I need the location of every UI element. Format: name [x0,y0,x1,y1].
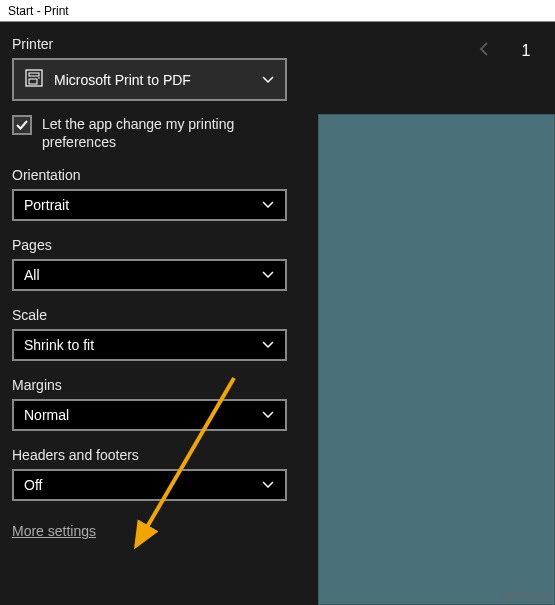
margins-value: Normal [24,407,69,423]
printer-label: Printer [12,36,296,52]
pages-select[interactable]: All [12,259,287,291]
headers-footers-label: Headers and footers [12,447,296,463]
printer-value: Microsoft Print to PDF [54,72,191,88]
preferences-checkbox-row[interactable]: Let the app change my printing preferenc… [12,115,296,151]
prev-page-button[interactable] [477,40,491,62]
margins-label: Margins [12,377,296,393]
printer-select[interactable]: Microsoft Print to PDF [12,58,287,101]
chevron-down-icon [261,73,275,87]
window-title-bar: Start - Print [0,0,555,22]
headers-footers-select[interactable]: Off [12,469,287,501]
watermark: wsxdn.com [501,590,551,601]
printer-icon [24,68,44,91]
window-title: Start - Print [8,4,69,18]
print-preview-panel: 1 [310,22,555,605]
scale-value: Shrink to fit [24,337,94,353]
page-number: 1 [521,42,531,60]
orientation-label: Orientation [12,167,296,183]
pages-label: Pages [12,237,296,253]
chevron-down-icon [261,338,275,352]
print-options-panel: Printer Microsoft Print to PDF [0,22,310,605]
chevron-left-icon [477,40,491,58]
margins-select[interactable]: Normal [12,399,287,431]
scale-select[interactable]: Shrink to fit [12,329,287,361]
chevron-down-icon [261,198,275,212]
orientation-select[interactable]: Portrait [12,189,287,221]
orientation-value: Portrait [24,197,69,213]
svg-point-3 [38,77,40,79]
svg-rect-2 [29,79,37,84]
preferences-checkbox[interactable] [12,115,32,135]
chevron-down-icon [261,268,275,282]
preferences-checkbox-label: Let the app change my printing preferenc… [42,115,282,151]
checkmark-icon [15,118,29,132]
chevron-down-icon [261,408,275,422]
more-settings-link[interactable]: More settings [12,523,96,539]
chevron-down-icon [261,478,275,492]
svg-rect-1 [29,73,39,76]
headers-footers-value: Off [24,477,42,493]
scale-label: Scale [12,307,296,323]
preview-document [318,114,555,605]
pages-value: All [24,267,40,283]
